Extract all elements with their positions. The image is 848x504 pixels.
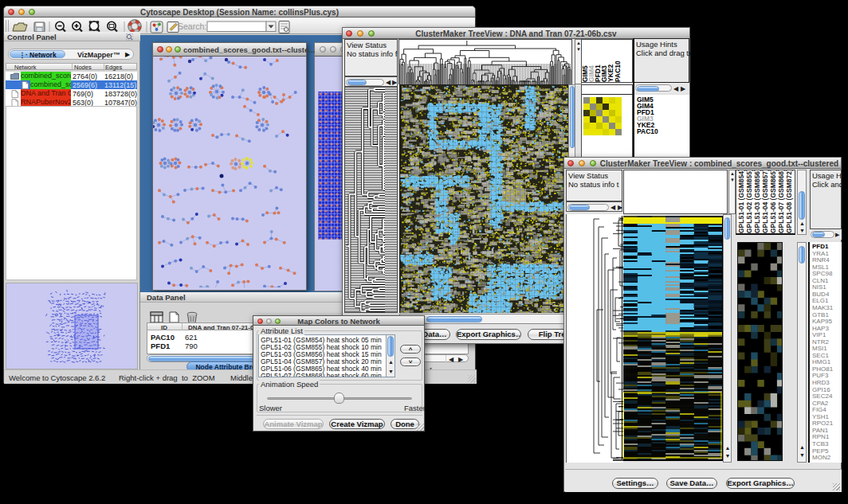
svg-text:GPL51-02 (GSM855): GPL51-02 (GSM855) <box>745 170 753 233</box>
svg-text:PAC10: PAC10 <box>614 61 622 82</box>
svg-text:GPL51-08 (GSM872): GPL51-08 (GSM872) <box>785 170 793 233</box>
svg-text:GPL51-04 (GSM857): GPL51-04 (GSM857) <box>761 170 769 233</box>
svg-text:GPL51-01 (GSM854): GPL51-01 (GSM854) <box>737 170 745 233</box>
svg-text:GPL51-06 (GSM865): GPL51-06 (GSM865) <box>769 170 777 233</box>
svg-text:GPL51-07 (GSM868): GPL51-07 (GSM868) <box>777 170 785 233</box>
svg-text:Search:: Search: <box>178 21 206 31</box>
svg-text:GPL51-03 (GSM856): GPL51-03 (GSM856) <box>753 170 761 233</box>
